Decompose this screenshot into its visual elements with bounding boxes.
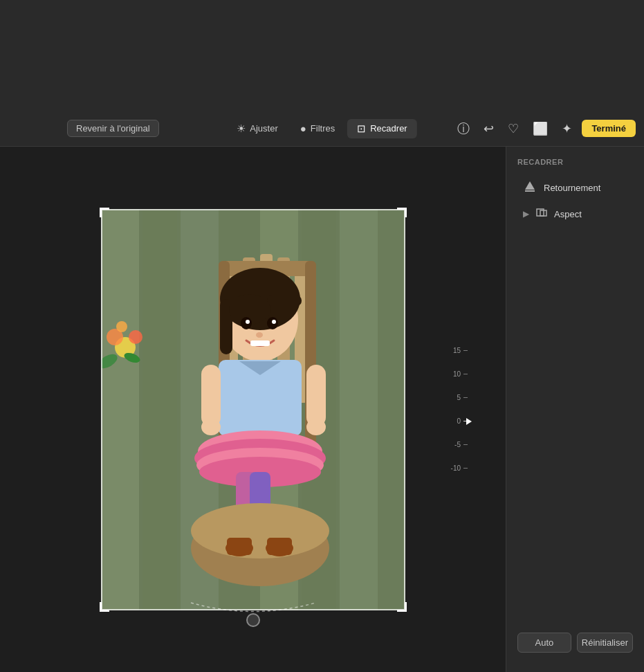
svg-rect-7 [340,209,378,610]
recadrer-icon: ⊡ [357,122,366,135]
filtres-icon: ● [300,122,306,134]
reinitialiser-button[interactable]: Réinitialiser [577,633,633,653]
undo-button[interactable]: ↩ [479,118,498,139]
toolbar-right: ⓘ ↩ ♡ ⬜ ✦ Terminé [453,118,636,140]
ajuster-icon: ☀ [237,122,246,135]
ruler-mark-10: 10 [440,363,468,386]
revenir-button[interactable]: Revenir à l'original [67,120,159,137]
right-panel: RECADRER Retournement ▶ Aspect [506,147,644,672]
svg-rect-26 [250,340,270,346]
retournement-label: Retournement [544,183,600,193]
photo-container [101,209,405,610]
svg-point-37 [201,419,221,435]
svg-rect-1 [101,209,139,610]
retournement-icon [523,180,537,195]
aspect-chevron-icon: ▶ [523,209,529,219]
main-area: 15 10 5 0 -5 -10 [0,147,644,672]
crop-handle-bottomright[interactable] [397,602,407,612]
svg-point-40 [191,503,329,559]
tab-ajuster[interactable]: ☀ Ajuster [227,119,287,138]
panel-title: RECADRER [506,158,644,174]
share-button[interactable]: ⬜ [528,118,552,139]
ruler-mark-neg10: -10 [440,457,468,480]
rotation-ruler[interactable]: 15 10 5 0 -5 -10 [440,306,468,514]
svg-point-25 [272,320,276,324]
ruler-mark-neg5: -5 [440,433,468,457]
svg-rect-20 [267,296,302,306]
rotation-arc-container [184,599,322,623]
toolbar: Revenir à l'original ☀ Ajuster ● Filtres… [0,111,644,147]
crop-handle-topleft[interactable] [100,208,109,217]
svg-rect-44 [267,538,292,555]
tab-filtres[interactable]: ● Filtres [291,119,344,138]
aspect-row[interactable]: ▶ Aspect [512,201,638,227]
svg-rect-35 [201,365,221,427]
toolbar-tabs: ☀ Ajuster ● Filtres ⊡ Recadrer [227,119,416,138]
tab-recadrer[interactable]: ⊡ Recadrer [347,119,416,138]
photo-display[interactable] [101,209,405,610]
auto-button[interactable]: Auto [517,633,571,653]
info-button[interactable]: ⓘ [453,118,474,140]
svg-rect-52 [525,190,535,192]
svg-rect-36 [306,365,326,427]
photo-area: 15 10 5 0 -5 -10 [0,147,506,672]
crop-handle-bottomleft[interactable] [100,602,109,612]
svg-point-48 [116,321,127,332]
termine-button[interactable]: Terminé [582,120,636,137]
heart-button[interactable]: ♡ [504,118,523,139]
ruler-mark-15: 15 [440,339,468,363]
svg-rect-2 [142,209,177,610]
ruler-mark-5: 5 [440,386,468,410]
svg-point-38 [306,419,326,435]
svg-point-47 [129,330,142,344]
aspect-icon [535,206,549,221]
panel-bottom: Auto Réinitialiser [506,624,644,661]
svg-rect-8 [378,209,405,610]
svg-marker-51 [525,181,535,190]
tools-button[interactable]: ✦ [558,118,576,139]
crop-handle-topright[interactable] [397,208,407,217]
ruler-indicator [466,418,472,425]
ruler-mark-0: 0 [440,410,468,433]
svg-point-24 [246,320,250,324]
svg-rect-43 [227,538,252,555]
rotation-handle[interactable] [246,613,260,627]
aspect-label: Aspect [554,209,582,219]
svg-point-27 [256,332,263,338]
retournement-row[interactable]: Retournement [512,174,638,201]
